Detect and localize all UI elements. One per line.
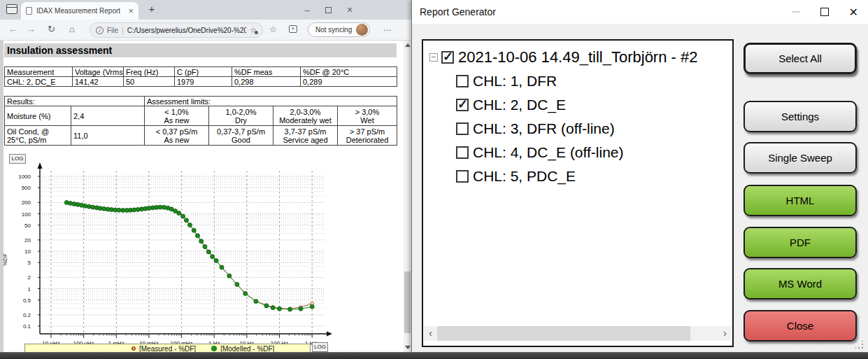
column-header: Freq (Hz) [124, 67, 175, 77]
limit-cell: 2,0-3,0%Moderately wet [273, 106, 338, 126]
scrollbar-thumb[interactable] [437, 326, 690, 341]
tree-item-chl5[interactable]: ✓ CHL: 5, PDC_E [429, 164, 731, 188]
tree-item-label: CHL: 5, PDC_E [473, 168, 576, 185]
checkbox[interactable]: ✓ [456, 146, 469, 159]
measured-marker-icon [131, 346, 136, 351]
svg-text:10: 10 [24, 248, 31, 255]
checkbox[interactable]: ✓ [456, 122, 469, 135]
forward-icon[interactable]: → [27, 24, 36, 34]
row-value: 2,4 [71, 106, 145, 126]
checkbox[interactable]: ✓ [456, 99, 469, 111]
limit-cell: 3,7-37 pS/mService aged [273, 126, 338, 146]
url-text[interactable]: C:/Users/pwerelius/OneDrive%20-%20... [127, 27, 246, 34]
table-row: Moisture (%) 2,4 < 1,0%As new 1,0-2,0%Dr… [5, 106, 397, 126]
maximize-icon[interactable] [325, 7, 332, 13]
vertical-scrollbar[interactable] [404, 41, 411, 352]
svg-text:2: 2 [28, 274, 31, 281]
legend-item-modelled: [Modelled - %DF] [211, 345, 274, 353]
row-label: Moisture (%) [5, 106, 71, 126]
favorites-icon[interactable]: ☆ [269, 24, 277, 34]
html-export-button[interactable]: HTML [744, 185, 857, 216]
page-favicon-icon [26, 7, 32, 15]
back-icon[interactable]: ← [8, 24, 17, 34]
tree-root-item[interactable]: − ✓ 2021-10-06 14.49_till_Torbjörn - #2 [429, 45, 731, 69]
svg-text:%DF: %DF [2, 253, 8, 266]
browser-tab-strip: IDAX Measurement Report ✕ + – ✕ [0, 0, 411, 20]
new-tab-button[interactable]: + [145, 3, 158, 15]
limits-header: Assessment limits: [145, 97, 397, 106]
pdf-export-button[interactable]: PDF [744, 227, 857, 258]
minimize-icon[interactable]: – [302, 5, 312, 15]
collections-icon[interactable]: + [289, 25, 297, 33]
svg-text:0.1: 0.1 [23, 323, 31, 330]
limit-cell: > 3,0%Wet [338, 106, 397, 126]
svg-text:0.2: 0.2 [23, 312, 31, 318]
svg-text:1: 1 [28, 286, 31, 293]
select-all-button[interactable]: Select All [744, 43, 857, 74]
browser-window-controls: – ✕ [302, 0, 355, 20]
tree-item-label: CHL: 2, DC_E [473, 97, 566, 113]
window-title: Report Generator [420, 6, 496, 17]
df-frequency-chart: 10 uHz100 uHz1 mHz10 mHz100 mHz1 Hz10 Hz… [0, 161, 336, 347]
horizontal-scrollbar[interactable]: ‹ › [424, 326, 732, 341]
refresh-icon[interactable]: ↻ [48, 24, 55, 34]
tree-item-label: 2021-10-06 14.49_till_Torbjörn - #2 [458, 48, 697, 66]
scrollbar-track[interactable] [690, 326, 718, 341]
page-title: Insulation assessment [4, 43, 397, 57]
tree-item-label: CHL: 1, DFR [473, 73, 557, 90]
scroll-left-icon[interactable]: ‹ [424, 326, 437, 341]
close-icon[interactable]: ✕ [345, 6, 355, 15]
svg-text:50: 50 [24, 223, 31, 229]
profile-avatar [356, 24, 368, 36]
row-label: Oil Cond, @ 25°C, pS/m [5, 126, 71, 146]
cell-freq: 50 [124, 77, 175, 87]
results-table: Results: Assessment limits: Moisture (%)… [4, 96, 397, 146]
modelled-marker-icon [211, 346, 217, 351]
column-header: %DF @ 20°C [301, 67, 397, 77]
tab-actions-icon[interactable] [6, 4, 17, 14]
tree-item-chl3[interactable]: ✓ CHL: 3, DFR (off-line) [429, 117, 731, 141]
scroll-up-icon[interactable] [405, 43, 411, 47]
checkbox[interactable]: ✓ [456, 170, 469, 183]
tree-item-chl2[interactable]: ✓ CHL: 2, DC_E [429, 93, 731, 117]
svg-text:100: 100 [22, 211, 31, 218]
tree-item-chl4[interactable]: ✓ CHL: 4, DC_E (off-line) [429, 141, 731, 164]
sync-status-label: Not syncing [315, 26, 352, 34]
collapse-icon[interactable]: − [429, 53, 438, 62]
limit-cell: 0,37-3,7 pS/mGood [209, 126, 273, 146]
checkbox[interactable]: ✓ [441, 51, 454, 64]
address-bar[interactable]: i File | C:/Users/pwerelius/OneDrive%20-… [90, 22, 263, 38]
log-scale-button[interactable]: LOG [312, 342, 328, 352]
browser-menu-icon[interactable]: … [383, 23, 392, 33]
limit-cell: < 1,0%As new [145, 106, 209, 126]
svg-text:200: 200 [22, 199, 31, 206]
svg-text:20: 20 [24, 237, 31, 244]
ms-word-export-button[interactable]: MS Word [744, 268, 857, 300]
limit-cell: > 37 pS/mDeteriorated [338, 126, 397, 146]
settings-button[interactable]: Settings [744, 101, 857, 132]
tab-close-icon[interactable]: ✕ [128, 8, 134, 15]
bookmark-star-icon[interactable]: ☆ [250, 26, 257, 35]
svg-text:0.5: 0.5 [23, 297, 31, 304]
scrollbar-thumb[interactable] [404, 272, 411, 333]
page-info-icon[interactable]: i [96, 27, 104, 34]
checkbox[interactable]: ✓ [456, 75, 469, 87]
scroll-right-icon[interactable]: › [718, 326, 732, 341]
resize-grip[interactable] [855, 341, 864, 349]
close-button[interactable]: Close [744, 310, 857, 342]
home-icon[interactable]: ⌂ [69, 24, 75, 34]
tree-item-chl1[interactable]: ✓ CHL: 1, DFR [429, 69, 731, 93]
legend-label: [Modelled - %DF] [220, 345, 274, 353]
url-divider: | [122, 27, 124, 34]
tree-item-label: CHL: 4, DC_E (off-line) [473, 144, 624, 161]
url-scheme: File [107, 27, 118, 34]
column-header: C (pF) [175, 67, 232, 77]
profile-button[interactable]: Not syncing [308, 22, 370, 37]
single-sweep-button[interactable]: Single Sweep [744, 142, 857, 174]
browser-tab[interactable]: IDAX Measurement Report ✕ [21, 2, 138, 20]
cell-measurement: CHL: 2, DC_E [5, 77, 73, 87]
scroll-down-icon[interactable] [405, 346, 411, 349]
browser-toolbar: ← → ↻ ⌂ i File | C:/Users/pwerelius/OneD… [0, 20, 411, 41]
row-value: 11,0 [71, 126, 145, 146]
report-generator-window: Report Generator ✕ − ✓ 2021-10-06 14.49_… [411, 0, 868, 352]
